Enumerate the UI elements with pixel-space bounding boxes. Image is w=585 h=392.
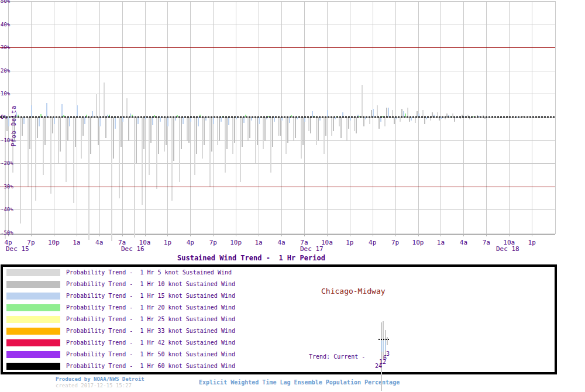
wind-trend-bar xyxy=(54,117,55,124)
wind-trend-bar xyxy=(247,117,249,140)
wind-trend-bar xyxy=(35,117,36,201)
wind-trend-bar xyxy=(384,117,386,126)
wind-trend-bar xyxy=(8,117,9,126)
wind-trend-bar xyxy=(225,117,226,173)
wind-trend-bar xyxy=(69,117,70,126)
wind-trend-bar xyxy=(310,117,311,133)
x-axis-tick-label: 7p xyxy=(388,239,403,246)
vertical-gridline xyxy=(418,1,419,234)
vertical-gridline xyxy=(31,1,32,234)
chart-title: Sustained Wind Trend - 1 Hr Period xyxy=(177,254,325,262)
y-axis-tick-label: 50% xyxy=(1,0,10,4)
wind-trend-bar xyxy=(228,117,229,125)
horizontal-gridline xyxy=(0,1,555,2)
y-axis-tick-label: 10% xyxy=(1,91,10,97)
wind-trend-bar xyxy=(44,117,46,145)
wind-trend-bar xyxy=(301,117,302,159)
wind-trend-bar xyxy=(369,117,370,124)
horizontal-gridline xyxy=(0,71,555,71)
wind-trend-bar xyxy=(324,117,325,154)
legend-swatch xyxy=(6,281,60,288)
wind-trend-bar xyxy=(66,117,67,182)
wind-trend-bar xyxy=(158,117,159,154)
trend-current-label: Trend: Current - xyxy=(309,353,365,360)
wind-trend-bar xyxy=(270,117,271,173)
wind-trend-bar xyxy=(249,117,250,138)
legend-swatch xyxy=(6,339,60,346)
wind-trend-bar xyxy=(39,117,40,126)
wind-trend-bar xyxy=(202,117,203,159)
legend-label: Probability Trend - 1 Hr 42 knot Sustain… xyxy=(66,339,235,346)
wind-trend-bar xyxy=(67,117,68,140)
wind-trend-bar xyxy=(164,117,165,152)
legend-item: Probability Trend - 1 Hr 60 knot Sustain… xyxy=(6,362,357,370)
wind-trend-bar xyxy=(424,117,425,124)
wind-trend-bar xyxy=(61,104,63,117)
wind-trend-bar xyxy=(181,117,182,149)
legend-label: Probability Trend - 1 Hr 25 knot Sustain… xyxy=(66,316,235,322)
wind-trend-bar xyxy=(46,103,47,117)
wind-trend-bar xyxy=(388,108,389,117)
y-axis-tick-label: -40% xyxy=(1,207,13,212)
horizontal-gridline xyxy=(0,140,555,141)
legend-swatch xyxy=(6,269,60,276)
x-axis-tick-label: 1a xyxy=(251,239,266,246)
x-axis-tick-label: 4a xyxy=(274,239,289,246)
wind-trend-bar xyxy=(52,117,53,133)
wind-trend-bar xyxy=(377,105,378,117)
horizontal-gridline xyxy=(0,163,555,164)
wind-trend-bar xyxy=(331,117,332,136)
wind-trend-bar xyxy=(333,117,334,131)
wind-trend-bar xyxy=(325,117,326,136)
wind-trend-bar xyxy=(121,117,122,147)
wind-trend-bar xyxy=(23,117,25,124)
wind-trend-bar xyxy=(226,117,228,149)
wind-trend-bar xyxy=(166,117,167,145)
wind-trend-bar xyxy=(204,117,205,145)
y-axis-title: Prob Delta xyxy=(11,105,17,146)
legend-swatch xyxy=(6,328,60,335)
legend-item: Probability Trend - 1 Hr 25 knot Sustain… xyxy=(6,315,357,324)
wind-trend-bar xyxy=(287,117,288,143)
wind-trend-bar xyxy=(198,117,199,126)
legend-label: Probability Trend - 1 Hr 50 knot Sustain… xyxy=(66,351,235,357)
x-axis-line xyxy=(0,234,555,235)
wind-trend-bar xyxy=(308,117,309,131)
wind-trend-bar xyxy=(211,117,212,152)
x-axis-tick-label: 7p xyxy=(205,239,221,246)
wind-trend-bar xyxy=(289,117,290,123)
legend-item: Probability Trend - 1 Hr 10 knot Sustain… xyxy=(6,280,357,288)
wind-trend-bar xyxy=(31,105,32,117)
footer-created-timestamp: created 2017-12-15 15:27 xyxy=(56,383,132,388)
wind-trend-bar xyxy=(263,117,264,149)
wind-trend-bar xyxy=(232,117,233,154)
x-axis-tick-label: 4a xyxy=(456,239,471,246)
wind-trend-bar xyxy=(142,117,143,205)
wind-trend-bar xyxy=(126,98,128,117)
footer-tagline: Explicit Weighted Time Lag Ensemble Popu… xyxy=(199,379,400,386)
wind-trend-bar xyxy=(20,117,21,223)
legend-item: Probability Trend - 1 Hr 33 knot Sustain… xyxy=(6,327,357,335)
y-axis-tick-label: -20% xyxy=(1,160,13,166)
wind-trend-bar xyxy=(84,117,85,124)
wind-trend-chart-page: 50%40%30%20%10%0%-10%-20%-30%-40%-50%4p7… xyxy=(0,0,585,392)
vertical-gridline xyxy=(509,1,510,234)
wind-trend-bar xyxy=(219,117,220,140)
wind-trend-bar xyxy=(37,117,38,138)
wind-trend-bar xyxy=(104,82,105,117)
wind-trend-bar xyxy=(187,117,188,140)
vertical-gridline xyxy=(463,1,464,234)
wind-trend-bar xyxy=(194,117,195,175)
wind-trend-bar xyxy=(415,117,416,123)
x-axis-tick-label: 1p xyxy=(342,239,357,246)
wind-trend-bar xyxy=(77,105,78,117)
legend-item: Probability Trend - 1 Hr 15 knot Sustain… xyxy=(6,292,357,300)
wind-trend-bar xyxy=(88,117,90,240)
wind-trend-bar xyxy=(356,117,357,133)
wind-trend-bar xyxy=(75,117,76,147)
wind-trend-bar xyxy=(213,117,214,124)
trend-inset-zero-line xyxy=(378,339,389,340)
footer-produced-by: Produced by NOAA/NWS Detroit xyxy=(56,376,144,382)
wind-trend-bar xyxy=(115,117,116,129)
wind-trend-bar xyxy=(29,117,30,149)
